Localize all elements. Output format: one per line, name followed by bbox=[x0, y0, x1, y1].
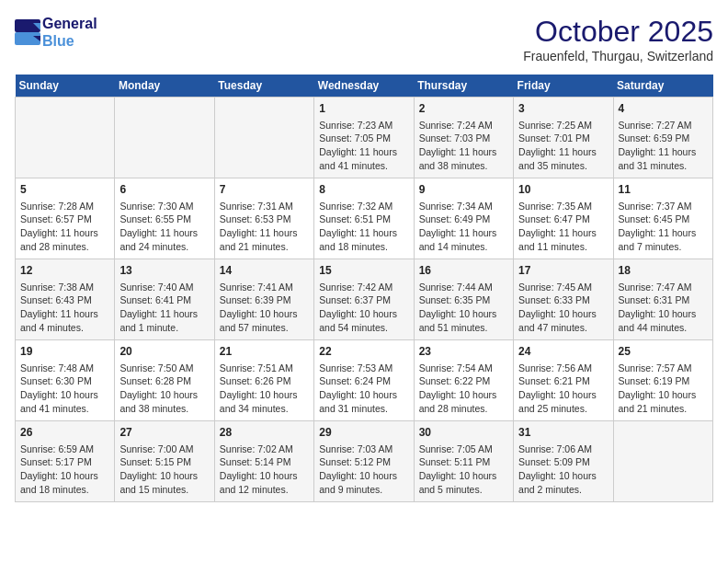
day-number: 20 bbox=[119, 344, 209, 360]
calendar-cell: 25Sunrise: 7:57 AM Sunset: 6:19 PM Dayli… bbox=[613, 340, 712, 421]
calendar-cell: 2Sunrise: 7:24 AM Sunset: 7:03 PM Daylig… bbox=[414, 98, 513, 178]
day-info: Sunrise: 7:32 AM Sunset: 6:51 PM Dayligh… bbox=[319, 200, 408, 254]
title-block: October 2025 Frauenfeld, Thurgau, Switze… bbox=[523, 15, 713, 63]
calendar-cell: 6Sunrise: 7:30 AM Sunset: 6:55 PM Daylig… bbox=[115, 178, 214, 259]
calendar-cell bbox=[613, 421, 712, 502]
logo-text-line2: Blue bbox=[42, 32, 97, 50]
day-info: Sunrise: 7:02 AM Sunset: 5:14 PM Dayligh… bbox=[220, 442, 309, 497]
day-info: Sunrise: 7:03 AM Sunset: 5:12 PM Dayligh… bbox=[319, 442, 408, 497]
day-number: 22 bbox=[319, 344, 408, 360]
weekday-header-saturday: Saturday bbox=[613, 75, 712, 98]
day-number: 5 bbox=[20, 182, 109, 198]
weekday-header-thursday: Thursday bbox=[414, 75, 513, 98]
day-number: 15 bbox=[319, 263, 408, 279]
day-number: 4 bbox=[619, 101, 708, 117]
svg-rect-1 bbox=[15, 32, 40, 45]
calendar-cell: 13Sunrise: 7:40 AM Sunset: 6:41 PM Dayli… bbox=[115, 259, 214, 340]
calendar-cell: 7Sunrise: 7:31 AM Sunset: 6:53 PM Daylig… bbox=[214, 178, 313, 259]
calendar-cell: 27Sunrise: 7:00 AM Sunset: 5:15 PM Dayli… bbox=[115, 421, 214, 502]
day-info: Sunrise: 7:28 AM Sunset: 6:57 PM Dayligh… bbox=[20, 200, 109, 254]
calendar-cell: 26Sunrise: 6:59 AM Sunset: 5:17 PM Dayli… bbox=[16, 421, 115, 502]
day-info: Sunrise: 7:05 AM Sunset: 5:11 PM Dayligh… bbox=[419, 442, 508, 497]
day-info: Sunrise: 7:42 AM Sunset: 6:37 PM Dayligh… bbox=[319, 281, 408, 335]
calendar-cell: 12Sunrise: 7:38 AM Sunset: 6:43 PM Dayli… bbox=[16, 259, 115, 340]
day-number: 28 bbox=[220, 425, 309, 441]
day-number: 31 bbox=[518, 425, 608, 441]
calendar-cell: 11Sunrise: 7:37 AM Sunset: 6:45 PM Dayli… bbox=[613, 178, 712, 259]
calendar-cell: 18Sunrise: 7:47 AM Sunset: 6:31 PM Dayli… bbox=[613, 259, 712, 340]
page-header: General Blue October 2025 Frauenfeld, Th… bbox=[15, 15, 713, 63]
weekday-header-friday: Friday bbox=[514, 75, 613, 98]
calendar-cell: 24Sunrise: 7:56 AM Sunset: 6:21 PM Dayli… bbox=[514, 340, 613, 421]
weekday-header-sunday: Sunday bbox=[16, 75, 115, 98]
day-number: 27 bbox=[119, 425, 209, 441]
day-number: 19 bbox=[20, 344, 109, 360]
day-info: Sunrise: 7:56 AM Sunset: 6:21 PM Dayligh… bbox=[518, 362, 608, 416]
calendar-cell: 29Sunrise: 7:03 AM Sunset: 5:12 PM Dayli… bbox=[314, 421, 414, 502]
day-number: 1 bbox=[319, 101, 408, 117]
day-info: Sunrise: 7:48 AM Sunset: 6:30 PM Dayligh… bbox=[20, 362, 109, 416]
day-number: 21 bbox=[220, 344, 309, 360]
calendar-cell: 31Sunrise: 7:06 AM Sunset: 5:09 PM Dayli… bbox=[514, 421, 613, 502]
logo: General Blue bbox=[15, 15, 97, 50]
calendar-cell: 21Sunrise: 7:51 AM Sunset: 6:26 PM Dayli… bbox=[214, 340, 313, 421]
calendar-cell bbox=[16, 98, 115, 178]
calendar-cell: 14Sunrise: 7:41 AM Sunset: 6:39 PM Dayli… bbox=[214, 259, 313, 340]
day-number: 23 bbox=[419, 344, 508, 360]
day-info: Sunrise: 7:27 AM Sunset: 6:59 PM Dayligh… bbox=[619, 119, 708, 173]
day-number: 14 bbox=[220, 263, 309, 279]
calendar-cell: 19Sunrise: 7:48 AM Sunset: 6:30 PM Dayli… bbox=[16, 340, 115, 421]
day-number: 3 bbox=[518, 101, 608, 117]
day-number: 26 bbox=[20, 425, 109, 441]
day-info: Sunrise: 7:31 AM Sunset: 6:53 PM Dayligh… bbox=[220, 200, 309, 254]
calendar-cell: 20Sunrise: 7:50 AM Sunset: 6:28 PM Dayli… bbox=[115, 340, 214, 421]
day-number: 16 bbox=[419, 263, 508, 279]
day-info: Sunrise: 7:47 AM Sunset: 6:31 PM Dayligh… bbox=[619, 281, 708, 335]
day-info: Sunrise: 7:57 AM Sunset: 6:19 PM Dayligh… bbox=[619, 362, 708, 416]
day-info: Sunrise: 7:37 AM Sunset: 6:45 PM Dayligh… bbox=[619, 200, 708, 254]
day-info: Sunrise: 7:41 AM Sunset: 6:39 PM Dayligh… bbox=[220, 281, 309, 335]
calendar-week-2: 5Sunrise: 7:28 AM Sunset: 6:57 PM Daylig… bbox=[16, 178, 713, 259]
day-number: 13 bbox=[119, 263, 209, 279]
weekday-header-tuesday: Tuesday bbox=[214, 75, 313, 98]
calendar-week-4: 19Sunrise: 7:48 AM Sunset: 6:30 PM Dayli… bbox=[16, 340, 713, 421]
day-number: 25 bbox=[619, 344, 708, 360]
calendar-body: 1Sunrise: 7:23 AM Sunset: 7:05 PM Daylig… bbox=[16, 98, 713, 502]
month-title: October 2025 bbox=[523, 15, 713, 49]
day-info: Sunrise: 7:50 AM Sunset: 6:28 PM Dayligh… bbox=[119, 362, 209, 416]
day-info: Sunrise: 7:45 AM Sunset: 6:33 PM Dayligh… bbox=[518, 281, 608, 335]
day-info: Sunrise: 7:35 AM Sunset: 6:47 PM Dayligh… bbox=[518, 200, 608, 254]
calendar-cell: 22Sunrise: 7:53 AM Sunset: 6:24 PM Dayli… bbox=[314, 340, 414, 421]
day-number: 30 bbox=[419, 425, 508, 441]
calendar-cell bbox=[115, 98, 214, 178]
day-info: Sunrise: 7:44 AM Sunset: 6:35 PM Dayligh… bbox=[419, 281, 508, 335]
day-number: 29 bbox=[319, 425, 408, 441]
day-info: Sunrise: 7:38 AM Sunset: 6:43 PM Dayligh… bbox=[20, 281, 109, 335]
day-info: Sunrise: 7:06 AM Sunset: 5:09 PM Dayligh… bbox=[518, 442, 608, 497]
day-number: 18 bbox=[619, 263, 708, 279]
calendar-table: SundayMondayTuesdayWednesdayThursdayFrid… bbox=[15, 75, 713, 502]
day-info: Sunrise: 7:00 AM Sunset: 5:15 PM Dayligh… bbox=[119, 442, 209, 497]
day-info: Sunrise: 7:53 AM Sunset: 6:24 PM Dayligh… bbox=[319, 362, 408, 416]
day-info: Sunrise: 7:25 AM Sunset: 7:01 PM Dayligh… bbox=[518, 119, 608, 173]
day-number: 9 bbox=[419, 182, 508, 198]
day-number: 12 bbox=[20, 263, 109, 279]
calendar-cell: 4Sunrise: 7:27 AM Sunset: 6:59 PM Daylig… bbox=[613, 98, 712, 178]
day-info: Sunrise: 7:51 AM Sunset: 6:26 PM Dayligh… bbox=[220, 362, 309, 416]
day-number: 24 bbox=[518, 344, 608, 360]
logo-icon bbox=[15, 19, 40, 45]
calendar-cell: 1Sunrise: 7:23 AM Sunset: 7:05 PM Daylig… bbox=[314, 98, 414, 178]
weekday-header-monday: Monday bbox=[115, 75, 214, 98]
calendar-week-1: 1Sunrise: 7:23 AM Sunset: 7:05 PM Daylig… bbox=[16, 98, 713, 178]
calendar-cell: 30Sunrise: 7:05 AM Sunset: 5:11 PM Dayli… bbox=[414, 421, 513, 502]
day-info: Sunrise: 7:23 AM Sunset: 7:05 PM Dayligh… bbox=[319, 119, 408, 173]
day-number: 7 bbox=[220, 182, 309, 198]
calendar-cell: 28Sunrise: 7:02 AM Sunset: 5:14 PM Dayli… bbox=[214, 421, 313, 502]
calendar-cell: 10Sunrise: 7:35 AM Sunset: 6:47 PM Dayli… bbox=[514, 178, 613, 259]
day-number: 10 bbox=[518, 182, 608, 198]
day-info: Sunrise: 6:59 AM Sunset: 5:17 PM Dayligh… bbox=[20, 442, 109, 497]
logo-text-line1: General bbox=[42, 15, 97, 32]
calendar-cell: 5Sunrise: 7:28 AM Sunset: 6:57 PM Daylig… bbox=[16, 178, 115, 259]
calendar-cell: 23Sunrise: 7:54 AM Sunset: 6:22 PM Dayli… bbox=[414, 340, 513, 421]
day-info: Sunrise: 7:54 AM Sunset: 6:22 PM Dayligh… bbox=[419, 362, 508, 416]
